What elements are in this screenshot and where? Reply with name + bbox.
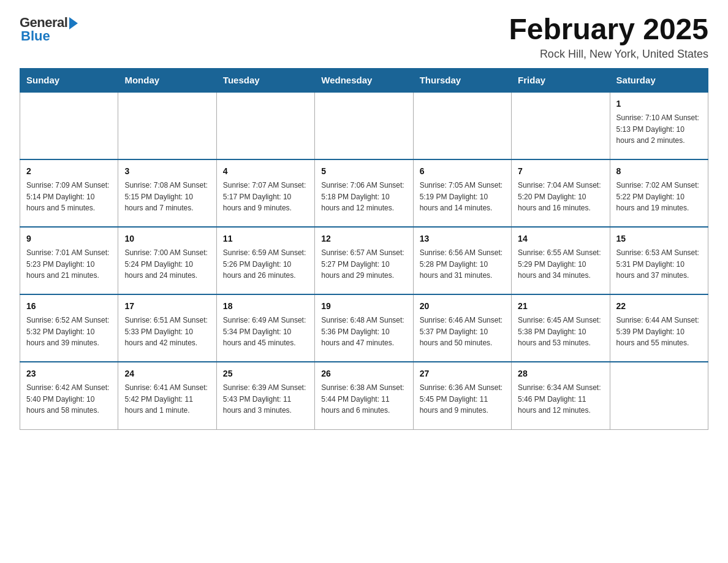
day-info: Sunrise: 6:52 AM Sunset: 5:32 PM Dayligh…	[26, 315, 112, 349]
day-number: 18	[223, 300, 308, 313]
day-info: Sunrise: 6:55 AM Sunset: 5:29 PM Dayligh…	[518, 247, 603, 282]
day-info: Sunrise: 6:38 AM Sunset: 5:44 PM Dayligh…	[321, 382, 406, 416]
calendar-cell	[610, 362, 708, 429]
day-info: Sunrise: 7:07 AM Sunset: 5:17 PM Dayligh…	[223, 180, 308, 214]
logo: General Blue	[20, 15, 78, 44]
day-info: Sunrise: 6:49 AM Sunset: 5:34 PM Dayligh…	[223, 315, 308, 349]
calendar-week-row: 2Sunrise: 7:09 AM Sunset: 5:14 PM Daylig…	[20, 159, 708, 227]
calendar-week-row: 23Sunrise: 6:42 AM Sunset: 5:40 PM Dayli…	[20, 362, 708, 429]
calendar-cell: 18Sunrise: 6:49 AM Sunset: 5:34 PM Dayli…	[216, 294, 314, 362]
location-text: Rock Hill, New York, United States	[509, 48, 708, 61]
day-info: Sunrise: 7:09 AM Sunset: 5:14 PM Dayligh…	[26, 180, 112, 214]
weekday-header-tuesday: Tuesday	[216, 69, 314, 93]
calendar-cell: 14Sunrise: 6:55 AM Sunset: 5:29 PM Dayli…	[512, 227, 610, 294]
day-number: 13	[420, 232, 505, 245]
day-info: Sunrise: 6:36 AM Sunset: 5:45 PM Dayligh…	[420, 382, 505, 416]
calendar-cell: 2Sunrise: 7:09 AM Sunset: 5:14 PM Daylig…	[20, 159, 118, 227]
day-number: 23	[26, 367, 112, 380]
day-info: Sunrise: 7:08 AM Sunset: 5:15 PM Dayligh…	[124, 180, 210, 214]
calendar-cell: 23Sunrise: 6:42 AM Sunset: 5:40 PM Dayli…	[20, 362, 118, 429]
weekday-header-wednesday: Wednesday	[315, 69, 413, 93]
day-number: 6	[420, 165, 505, 178]
day-number: 19	[321, 300, 406, 313]
day-number: 5	[321, 165, 406, 178]
weekday-header-monday: Monday	[118, 69, 216, 93]
day-number: 17	[124, 300, 210, 313]
calendar-cell	[315, 92, 413, 159]
weekday-header-thursday: Thursday	[413, 69, 511, 93]
calendar-cell: 25Sunrise: 6:39 AM Sunset: 5:43 PM Dayli…	[216, 362, 314, 429]
calendar-cell: 15Sunrise: 6:53 AM Sunset: 5:31 PM Dayli…	[610, 227, 708, 294]
day-info: Sunrise: 6:59 AM Sunset: 5:26 PM Dayligh…	[223, 247, 308, 282]
calendar-cell	[512, 92, 610, 159]
weekday-header-sunday: Sunday	[20, 69, 118, 93]
calendar-cell: 7Sunrise: 7:04 AM Sunset: 5:20 PM Daylig…	[512, 159, 610, 227]
weekday-header-saturday: Saturday	[610, 69, 708, 93]
calendar-cell: 6Sunrise: 7:05 AM Sunset: 5:19 PM Daylig…	[413, 159, 511, 227]
day-number: 25	[223, 367, 308, 380]
calendar-table: SundayMondayTuesdayWednesdayThursdayFrid…	[20, 68, 708, 430]
day-info: Sunrise: 6:51 AM Sunset: 5:33 PM Dayligh…	[124, 315, 210, 349]
day-number: 2	[26, 165, 112, 178]
calendar-cell: 4Sunrise: 7:07 AM Sunset: 5:17 PM Daylig…	[216, 159, 314, 227]
calendar-cell	[413, 92, 511, 159]
day-info: Sunrise: 6:41 AM Sunset: 5:42 PM Dayligh…	[124, 382, 210, 416]
day-info: Sunrise: 7:04 AM Sunset: 5:20 PM Dayligh…	[518, 180, 603, 214]
calendar-cell: 9Sunrise: 7:01 AM Sunset: 5:23 PM Daylig…	[20, 227, 118, 294]
calendar-cell: 8Sunrise: 7:02 AM Sunset: 5:22 PM Daylig…	[610, 159, 708, 227]
calendar-cell: 5Sunrise: 7:06 AM Sunset: 5:18 PM Daylig…	[315, 159, 413, 227]
day-number: 10	[124, 232, 210, 245]
calendar-cell: 20Sunrise: 6:46 AM Sunset: 5:37 PM Dayli…	[413, 294, 511, 362]
calendar-cell	[20, 92, 118, 159]
month-title: February 2025	[509, 15, 708, 44]
day-number: 26	[321, 367, 406, 380]
day-number: 4	[223, 165, 308, 178]
calendar-cell	[216, 92, 314, 159]
day-number: 7	[518, 165, 603, 178]
calendar-cell: 27Sunrise: 6:36 AM Sunset: 5:45 PM Dayli…	[413, 362, 511, 429]
day-number: 9	[26, 232, 112, 245]
day-number: 28	[518, 367, 603, 380]
calendar-cell	[118, 92, 216, 159]
calendar-cell: 1Sunrise: 7:10 AM Sunset: 5:13 PM Daylig…	[610, 92, 708, 159]
day-info: Sunrise: 7:00 AM Sunset: 5:24 PM Dayligh…	[124, 247, 210, 282]
day-info: Sunrise: 7:01 AM Sunset: 5:23 PM Dayligh…	[26, 247, 112, 282]
day-number: 20	[420, 300, 505, 313]
calendar-cell: 16Sunrise: 6:52 AM Sunset: 5:32 PM Dayli…	[20, 294, 118, 362]
calendar-cell: 13Sunrise: 6:56 AM Sunset: 5:28 PM Dayli…	[413, 227, 511, 294]
calendar-week-row: 16Sunrise: 6:52 AM Sunset: 5:32 PM Dayli…	[20, 294, 708, 362]
calendar-cell: 10Sunrise: 7:00 AM Sunset: 5:24 PM Dayli…	[118, 227, 216, 294]
day-info: Sunrise: 7:05 AM Sunset: 5:19 PM Dayligh…	[420, 180, 505, 214]
day-number: 22	[616, 300, 702, 313]
calendar-week-row: 1Sunrise: 7:10 AM Sunset: 5:13 PM Daylig…	[20, 92, 708, 159]
day-info: Sunrise: 6:34 AM Sunset: 5:46 PM Dayligh…	[518, 382, 603, 416]
day-info: Sunrise: 6:48 AM Sunset: 5:36 PM Dayligh…	[321, 315, 406, 349]
day-number: 14	[518, 232, 603, 245]
logo-blue-text: Blue	[21, 28, 50, 44]
calendar-cell: 12Sunrise: 6:57 AM Sunset: 5:27 PM Dayli…	[315, 227, 413, 294]
calendar-cell: 26Sunrise: 6:38 AM Sunset: 5:44 PM Dayli…	[315, 362, 413, 429]
calendar-cell: 24Sunrise: 6:41 AM Sunset: 5:42 PM Dayli…	[118, 362, 216, 429]
day-number: 1	[616, 98, 702, 110]
calendar-cell: 28Sunrise: 6:34 AM Sunset: 5:46 PM Dayli…	[512, 362, 610, 429]
day-number: 12	[321, 232, 406, 245]
calendar-cell: 11Sunrise: 6:59 AM Sunset: 5:26 PM Dayli…	[216, 227, 314, 294]
calendar-week-row: 9Sunrise: 7:01 AM Sunset: 5:23 PM Daylig…	[20, 227, 708, 294]
day-info: Sunrise: 6:42 AM Sunset: 5:40 PM Dayligh…	[26, 382, 112, 416]
day-number: 16	[26, 300, 112, 313]
calendar-cell: 3Sunrise: 7:08 AM Sunset: 5:15 PM Daylig…	[118, 159, 216, 227]
day-number: 15	[616, 232, 702, 245]
day-number: 27	[420, 367, 505, 380]
weekday-header-row: SundayMondayTuesdayWednesdayThursdayFrid…	[20, 69, 708, 93]
day-number: 24	[124, 367, 210, 380]
day-number: 21	[518, 300, 603, 313]
title-section: February 2025 Rock Hill, New York, Unite…	[509, 15, 708, 61]
day-info: Sunrise: 6:46 AM Sunset: 5:37 PM Dayligh…	[420, 315, 505, 349]
day-info: Sunrise: 6:44 AM Sunset: 5:39 PM Dayligh…	[616, 315, 702, 349]
calendar-cell: 17Sunrise: 6:51 AM Sunset: 5:33 PM Dayli…	[118, 294, 216, 362]
day-info: Sunrise: 6:57 AM Sunset: 5:27 PM Dayligh…	[321, 247, 406, 282]
calendar-cell: 22Sunrise: 6:44 AM Sunset: 5:39 PM Dayli…	[610, 294, 708, 362]
day-info: Sunrise: 6:39 AM Sunset: 5:43 PM Dayligh…	[223, 382, 308, 416]
day-info: Sunrise: 6:56 AM Sunset: 5:28 PM Dayligh…	[420, 247, 505, 282]
day-number: 11	[223, 232, 308, 245]
